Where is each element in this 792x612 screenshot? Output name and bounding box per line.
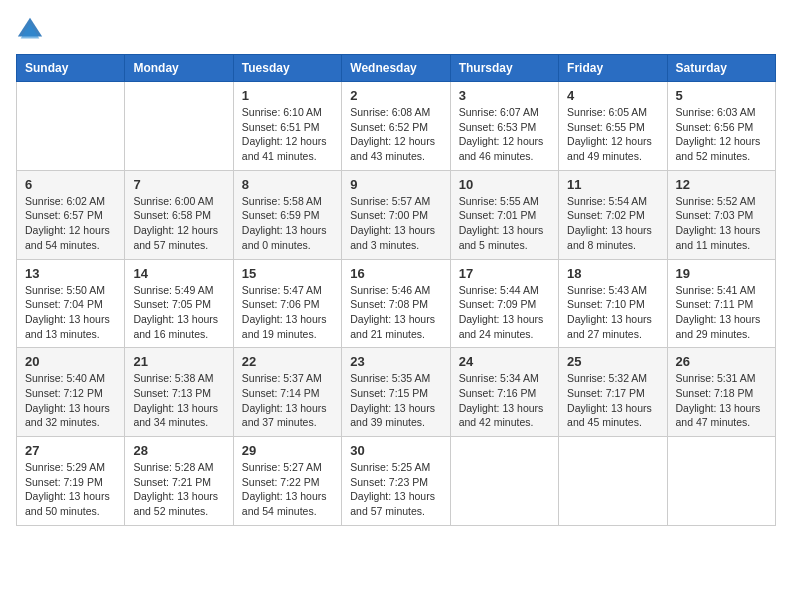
calendar-week-row: 1Sunrise: 6:10 AMSunset: 6:51 PMDaylight…: [17, 82, 776, 171]
day-number: 27: [25, 443, 116, 458]
calendar-day-cell: [667, 437, 775, 526]
calendar-day-cell: 18Sunrise: 5:43 AMSunset: 7:10 PMDayligh…: [559, 259, 667, 348]
day-info: Sunrise: 5:32 AMSunset: 7:17 PMDaylight:…: [567, 371, 658, 430]
day-info: Sunrise: 5:37 AMSunset: 7:14 PMDaylight:…: [242, 371, 333, 430]
day-info: Sunrise: 6:10 AMSunset: 6:51 PMDaylight:…: [242, 105, 333, 164]
calendar-day-cell: 24Sunrise: 5:34 AMSunset: 7:16 PMDayligh…: [450, 348, 558, 437]
day-info: Sunrise: 5:55 AMSunset: 7:01 PMDaylight:…: [459, 194, 550, 253]
calendar-day-cell: 22Sunrise: 5:37 AMSunset: 7:14 PMDayligh…: [233, 348, 341, 437]
calendar-day-cell: 15Sunrise: 5:47 AMSunset: 7:06 PMDayligh…: [233, 259, 341, 348]
calendar-day-cell: 2Sunrise: 6:08 AMSunset: 6:52 PMDaylight…: [342, 82, 450, 171]
day-number: 30: [350, 443, 441, 458]
day-info: Sunrise: 5:44 AMSunset: 7:09 PMDaylight:…: [459, 283, 550, 342]
day-number: 25: [567, 354, 658, 369]
weekday-header-cell: Friday: [559, 55, 667, 82]
day-info: Sunrise: 6:02 AMSunset: 6:57 PMDaylight:…: [25, 194, 116, 253]
day-info: Sunrise: 5:58 AMSunset: 6:59 PMDaylight:…: [242, 194, 333, 253]
day-info: Sunrise: 6:07 AMSunset: 6:53 PMDaylight:…: [459, 105, 550, 164]
calendar-day-cell: 16Sunrise: 5:46 AMSunset: 7:08 PMDayligh…: [342, 259, 450, 348]
day-info: Sunrise: 5:49 AMSunset: 7:05 PMDaylight:…: [133, 283, 224, 342]
page-header: [16, 16, 776, 44]
day-number: 28: [133, 443, 224, 458]
day-info: Sunrise: 6:03 AMSunset: 6:56 PMDaylight:…: [676, 105, 767, 164]
day-number: 24: [459, 354, 550, 369]
day-number: 17: [459, 266, 550, 281]
weekday-header-cell: Saturday: [667, 55, 775, 82]
calendar-week-row: 13Sunrise: 5:50 AMSunset: 7:04 PMDayligh…: [17, 259, 776, 348]
calendar-week-row: 27Sunrise: 5:29 AMSunset: 7:19 PMDayligh…: [17, 437, 776, 526]
day-number: 4: [567, 88, 658, 103]
calendar-day-cell: [125, 82, 233, 171]
weekday-header-cell: Thursday: [450, 55, 558, 82]
day-number: 11: [567, 177, 658, 192]
calendar-week-row: 20Sunrise: 5:40 AMSunset: 7:12 PMDayligh…: [17, 348, 776, 437]
day-number: 19: [676, 266, 767, 281]
day-info: Sunrise: 5:34 AMSunset: 7:16 PMDaylight:…: [459, 371, 550, 430]
calendar-day-cell: 4Sunrise: 6:05 AMSunset: 6:55 PMDaylight…: [559, 82, 667, 171]
calendar-day-cell: 14Sunrise: 5:49 AMSunset: 7:05 PMDayligh…: [125, 259, 233, 348]
calendar-day-cell: [450, 437, 558, 526]
calendar-day-cell: 7Sunrise: 6:00 AMSunset: 6:58 PMDaylight…: [125, 170, 233, 259]
calendar-day-cell: 11Sunrise: 5:54 AMSunset: 7:02 PMDayligh…: [559, 170, 667, 259]
calendar-day-cell: 3Sunrise: 6:07 AMSunset: 6:53 PMDaylight…: [450, 82, 558, 171]
day-info: Sunrise: 5:52 AMSunset: 7:03 PMDaylight:…: [676, 194, 767, 253]
day-number: 29: [242, 443, 333, 458]
calendar-day-cell: 9Sunrise: 5:57 AMSunset: 7:00 PMDaylight…: [342, 170, 450, 259]
day-number: 1: [242, 88, 333, 103]
calendar-day-cell: 5Sunrise: 6:03 AMSunset: 6:56 PMDaylight…: [667, 82, 775, 171]
calendar-day-cell: 8Sunrise: 5:58 AMSunset: 6:59 PMDaylight…: [233, 170, 341, 259]
calendar-day-cell: [17, 82, 125, 171]
calendar-day-cell: 10Sunrise: 5:55 AMSunset: 7:01 PMDayligh…: [450, 170, 558, 259]
day-number: 22: [242, 354, 333, 369]
calendar-day-cell: 26Sunrise: 5:31 AMSunset: 7:18 PMDayligh…: [667, 348, 775, 437]
day-number: 6: [25, 177, 116, 192]
day-info: Sunrise: 5:41 AMSunset: 7:11 PMDaylight:…: [676, 283, 767, 342]
calendar-day-cell: 28Sunrise: 5:28 AMSunset: 7:21 PMDayligh…: [125, 437, 233, 526]
day-info: Sunrise: 5:29 AMSunset: 7:19 PMDaylight:…: [25, 460, 116, 519]
calendar-table: SundayMondayTuesdayWednesdayThursdayFrid…: [16, 54, 776, 526]
calendar-day-cell: 23Sunrise: 5:35 AMSunset: 7:15 PMDayligh…: [342, 348, 450, 437]
day-info: Sunrise: 5:57 AMSunset: 7:00 PMDaylight:…: [350, 194, 441, 253]
day-number: 3: [459, 88, 550, 103]
day-number: 20: [25, 354, 116, 369]
day-info: Sunrise: 6:08 AMSunset: 6:52 PMDaylight:…: [350, 105, 441, 164]
day-number: 9: [350, 177, 441, 192]
day-number: 13: [25, 266, 116, 281]
calendar-day-cell: 12Sunrise: 5:52 AMSunset: 7:03 PMDayligh…: [667, 170, 775, 259]
logo-icon: [16, 16, 44, 44]
day-number: 14: [133, 266, 224, 281]
day-info: Sunrise: 5:35 AMSunset: 7:15 PMDaylight:…: [350, 371, 441, 430]
day-number: 10: [459, 177, 550, 192]
day-info: Sunrise: 5:54 AMSunset: 7:02 PMDaylight:…: [567, 194, 658, 253]
calendar-day-cell: 25Sunrise: 5:32 AMSunset: 7:17 PMDayligh…: [559, 348, 667, 437]
day-info: Sunrise: 5:25 AMSunset: 7:23 PMDaylight:…: [350, 460, 441, 519]
day-number: 23: [350, 354, 441, 369]
calendar-day-cell: [559, 437, 667, 526]
weekday-header-row: SundayMondayTuesdayWednesdayThursdayFrid…: [17, 55, 776, 82]
day-number: 2: [350, 88, 441, 103]
day-info: Sunrise: 5:47 AMSunset: 7:06 PMDaylight:…: [242, 283, 333, 342]
day-info: Sunrise: 5:40 AMSunset: 7:12 PMDaylight:…: [25, 371, 116, 430]
day-info: Sunrise: 6:05 AMSunset: 6:55 PMDaylight:…: [567, 105, 658, 164]
weekday-header-cell: Wednesday: [342, 55, 450, 82]
calendar-week-row: 6Sunrise: 6:02 AMSunset: 6:57 PMDaylight…: [17, 170, 776, 259]
day-info: Sunrise: 5:50 AMSunset: 7:04 PMDaylight:…: [25, 283, 116, 342]
day-number: 15: [242, 266, 333, 281]
weekday-header-cell: Sunday: [17, 55, 125, 82]
day-number: 21: [133, 354, 224, 369]
day-info: Sunrise: 5:38 AMSunset: 7:13 PMDaylight:…: [133, 371, 224, 430]
calendar-day-cell: 27Sunrise: 5:29 AMSunset: 7:19 PMDayligh…: [17, 437, 125, 526]
calendar-day-cell: 29Sunrise: 5:27 AMSunset: 7:22 PMDayligh…: [233, 437, 341, 526]
day-number: 7: [133, 177, 224, 192]
calendar-day-cell: 1Sunrise: 6:10 AMSunset: 6:51 PMDaylight…: [233, 82, 341, 171]
calendar-day-cell: 20Sunrise: 5:40 AMSunset: 7:12 PMDayligh…: [17, 348, 125, 437]
day-number: 18: [567, 266, 658, 281]
day-info: Sunrise: 5:46 AMSunset: 7:08 PMDaylight:…: [350, 283, 441, 342]
calendar-day-cell: 13Sunrise: 5:50 AMSunset: 7:04 PMDayligh…: [17, 259, 125, 348]
day-number: 8: [242, 177, 333, 192]
day-info: Sunrise: 5:28 AMSunset: 7:21 PMDaylight:…: [133, 460, 224, 519]
day-number: 16: [350, 266, 441, 281]
day-info: Sunrise: 6:00 AMSunset: 6:58 PMDaylight:…: [133, 194, 224, 253]
day-number: 12: [676, 177, 767, 192]
day-info: Sunrise: 5:31 AMSunset: 7:18 PMDaylight:…: [676, 371, 767, 430]
